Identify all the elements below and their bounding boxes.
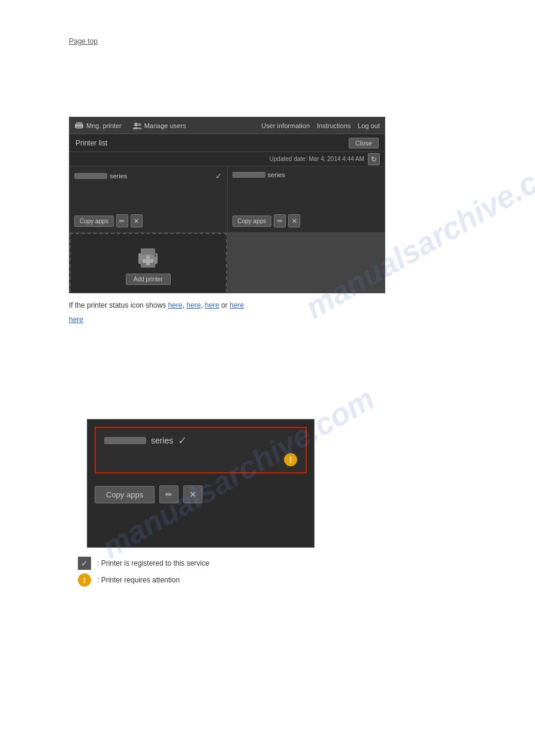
- body-link-5[interactable]: here: [69, 315, 83, 324]
- legend-area: ✓ : Printer is registered to this servic…: [78, 557, 209, 587]
- warning-row: !: [104, 451, 297, 466]
- printer2-delete-button[interactable]: ✕: [288, 214, 300, 227]
- body-link-3[interactable]: here: [205, 301, 219, 309]
- user-info-link[interactable]: User information: [261, 122, 310, 129]
- logout-link[interactable]: Log out: [358, 122, 380, 129]
- svg-rect-1: [76, 122, 82, 125]
- detail-edit-button[interactable]: ✏: [159, 485, 179, 503]
- printer2-edit-button[interactable]: ✏: [274, 214, 286, 227]
- printer2-series-label: series: [268, 171, 285, 178]
- printer-list-header: Printer list Close: [69, 134, 385, 152]
- mng-printer-nav[interactable]: Mng. printer: [74, 122, 122, 129]
- printer2-actions: Copy apps ✏ ✕: [232, 212, 380, 227]
- svg-rect-8: [141, 248, 155, 254]
- printer-detail-screenshot: series ✓ ! Copy apps ✏ ✕: [87, 419, 315, 548]
- updated-date: Updated date: Mar 4, 2014 4:44 AM: [270, 156, 364, 162]
- printer1-delete-button[interactable]: ✕: [131, 214, 143, 227]
- printer-nav-icon: [74, 122, 84, 129]
- users-nav-icon: [132, 122, 142, 129]
- update-row: Updated date: Mar 4, 2014 4:44 AM ↻: [69, 152, 385, 166]
- nav-right: User information Instructions Log out: [261, 122, 380, 129]
- body-link-1[interactable]: here: [168, 301, 182, 309]
- legend-check-item: ✓ : Printer is registered to this servic…: [78, 557, 209, 570]
- printer-detail-series-label: series: [151, 436, 173, 445]
- mng-printer-label: Mng. printer: [86, 122, 122, 129]
- svg-point-10: [154, 254, 156, 257]
- close-button[interactable]: Close: [349, 138, 379, 148]
- printer1-actions: Copy apps ✏ ✕: [74, 212, 222, 227]
- svg-rect-12: [143, 259, 153, 263]
- body-link-4[interactable]: here: [229, 301, 244, 309]
- printer2-name-blurred: [232, 172, 265, 178]
- refresh-button[interactable]: ↻: [368, 153, 380, 165]
- printer2-copy-apps-button[interactable]: Copy apps: [232, 215, 272, 227]
- printer1-name-blurred: [74, 173, 107, 179]
- printer1-series-label: series: [110, 172, 127, 180]
- printer1-edit-button[interactable]: ✏: [116, 214, 128, 227]
- printer-card-2: series Copy apps ✏ ✕: [228, 166, 385, 232]
- printer-detail-name: series ✓: [104, 434, 187, 447]
- printer-grid: series ✓ Copy apps ✏ ✕ series Copy apps …: [69, 166, 385, 293]
- printer1-name: series: [74, 172, 127, 180]
- add-printer-cell: Add printer: [69, 233, 227, 293]
- legend-warning-desc: : Printer requires attention: [97, 576, 180, 584]
- detail-delete-button[interactable]: ✕: [183, 485, 202, 503]
- manage-users-label: Manage users: [144, 122, 186, 129]
- printer-detail-card: series ✓ !: [95, 427, 307, 473]
- legend-check-icon: ✓: [78, 557, 91, 570]
- printer-list-screenshot: Mng. printer Manage users User informati…: [69, 117, 385, 293]
- instructions-link[interactable]: Instructions: [317, 122, 350, 129]
- warning-icon: !: [284, 453, 297, 466]
- manage-users-nav[interactable]: Manage users: [132, 122, 186, 129]
- printer-card-1: series ✓ Copy apps ✏ ✕: [69, 166, 227, 232]
- printer1-copy-apps-button[interactable]: Copy apps: [74, 215, 114, 227]
- printer1-name-row: series ✓: [74, 171, 222, 181]
- svg-point-3: [134, 123, 138, 126]
- top-link[interactable]: Page top: [69, 37, 98, 45]
- add-printer-icon: [135, 247, 161, 270]
- svg-rect-2: [77, 126, 81, 129]
- body-paragraph-1: If the printer status icon shows here, h…: [69, 299, 464, 311]
- legend-warning-item: ! : Printer requires attention: [78, 573, 209, 587]
- printer-list-title: Printer list: [75, 139, 107, 147]
- add-printer-button[interactable]: Add printer: [126, 274, 171, 285]
- printer-detail-name-blurred: [104, 437, 146, 444]
- legend-check-desc: : Printer is registered to this service: [97, 559, 209, 567]
- printer-detail-actions: Copy apps ✏ ✕: [87, 481, 314, 508]
- add-printer-svg: [135, 247, 161, 270]
- nav-bar: Mng. printer Manage users User informati…: [69, 117, 385, 134]
- svg-point-5: [138, 123, 141, 126]
- printer2-name: series: [232, 171, 285, 178]
- printer-detail-name-row: series ✓: [104, 434, 297, 447]
- body-link-2[interactable]: here: [186, 301, 201, 309]
- body-text-area: If the printer status icon shows here, h…: [69, 299, 464, 326]
- body-paragraph-2: here: [69, 314, 464, 326]
- printer1-check-icon: ✓: [215, 171, 222, 181]
- printer2-name-row: series: [232, 171, 380, 178]
- printer-detail-check-icon: ✓: [178, 434, 187, 447]
- legend-warning-icon: !: [78, 573, 91, 587]
- detail-copy-apps-button[interactable]: Copy apps: [95, 486, 155, 503]
